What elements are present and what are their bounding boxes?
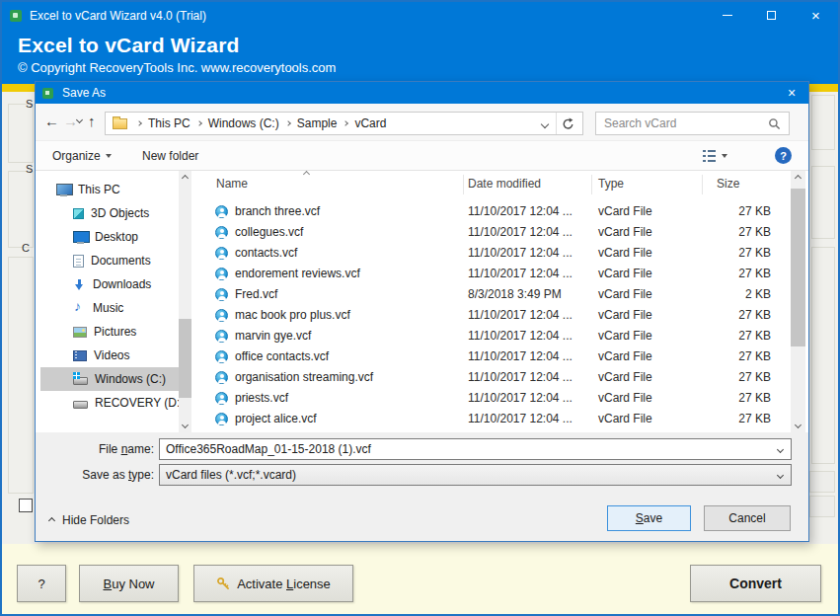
desktop-icon	[73, 231, 88, 244]
file-row[interactable]: organisation streaming.vcf 11/10/2017 12…	[193, 367, 791, 388]
vcard-file-icon	[215, 226, 228, 239]
back-button[interactable]: ←	[44, 113, 59, 129]
pictures-icon	[73, 327, 87, 338]
view-mode-button[interactable]	[699, 141, 731, 171]
maximize-button[interactable]	[749, 2, 794, 29]
sidebar-item-this-pc[interactable]: This PC	[40, 178, 179, 201]
details-view-icon	[703, 150, 716, 162]
file-date: 11/10/2017 12:04 ...	[468, 409, 573, 429]
file-size: 27 KB	[643, 243, 771, 264]
close-button[interactable]: ×	[794, 2, 838, 29]
file-name: office contacts.vcf	[235, 346, 329, 367]
file-row[interactable]: office contacts.vcf 11/10/2017 12:04 ...…	[193, 346, 791, 367]
file-row[interactable]: contacts.vcf 11/10/2017 12:04 ... vCard …	[193, 243, 791, 264]
help-button[interactable]: ?	[17, 565, 66, 602]
up-button[interactable]: ↑	[88, 113, 96, 129]
dialog-help-button[interactable]: ?	[775, 147, 792, 164]
cancel-button[interactable]: Cancel	[704, 505, 791, 531]
activate-license-button[interactable]: Activate License	[193, 565, 353, 602]
folder-icon	[113, 118, 127, 129]
refresh-icon[interactable]	[557, 113, 578, 134]
chevron-right-icon	[344, 120, 349, 126]
address-dropdown-chevron[interactable]	[534, 116, 556, 130]
file-name: branch three.vcf	[235, 201, 320, 222]
cube-icon	[73, 208, 84, 219]
file-size: 27 KB	[643, 305, 771, 326]
file-row[interactable]: mac book pro plus.vcf 11/10/2017 12:04 .…	[193, 305, 791, 326]
chevron-right-icon	[196, 120, 202, 126]
app-icon	[10, 10, 22, 22]
column-header-size[interactable]: Size	[717, 177, 739, 191]
list-scrollbar[interactable]	[791, 171, 805, 432]
forward-button[interactable]: →	[63, 113, 78, 129]
scroll-up-icon[interactable]	[791, 171, 805, 186]
file-row[interactable]: endorement reviews.vcf 11/10/2017 12:04 …	[193, 264, 791, 284]
background-text-fragment: C	[22, 242, 30, 254]
sidebar-item-windows-c[interactable]: Windows (C:)	[40, 367, 179, 391]
drive-c-icon	[73, 377, 88, 385]
file-name-field-wrap	[159, 438, 792, 460]
file-row[interactable]: branch three.vcf 11/10/2017 12:04 ... vC…	[193, 201, 791, 222]
sidebar-item-pictures[interactable]: Pictures	[40, 320, 179, 344]
buy-now-button[interactable]: Buy Now	[79, 565, 179, 602]
search-input[interactable]	[596, 116, 768, 130]
scrollbar-thumb[interactable]	[791, 189, 805, 346]
vcard-file-icon	[215, 330, 228, 343]
file-row[interactable]: collegues.vcf 11/10/2017 12:04 ... vCard…	[193, 222, 791, 243]
file-name: mac book pro plus.vcf	[235, 305, 350, 326]
convert-button[interactable]: Convert	[690, 565, 821, 602]
sidebar-item-3d-objects[interactable]: 3D Objects	[40, 201, 179, 225]
file-size: 27 KB	[643, 409, 771, 429]
column-header-type[interactable]: Type	[598, 177, 624, 191]
breadcrumb-item[interactable]: This PC	[130, 116, 191, 130]
file-name-input[interactable]	[160, 442, 770, 456]
scroll-down-icon[interactable]	[179, 418, 191, 432]
background-groupbox	[811, 166, 835, 239]
dialog-close-button[interactable]: ×	[775, 82, 808, 104]
file-row[interactable]: priests.vcf 11/10/2017 12:04 ... vCard F…	[193, 388, 791, 409]
background-groupbox	[811, 95, 835, 150]
vcard-file-icon	[215, 413, 228, 425]
column-header-name[interactable]: Name	[216, 177, 248, 191]
file-date: 11/10/2017 12:04 ...	[468, 326, 573, 346]
sidebar-item-recovery-d[interactable]: RECOVERY (D:)	[40, 391, 179, 415]
copyright-text: © Copyright RecoveryTools Inc. www.recov…	[18, 60, 838, 75]
hide-folders-button[interactable]: Hide Folders	[49, 513, 129, 527]
chevron-down-icon	[106, 154, 112, 158]
background-groupbox	[811, 247, 835, 464]
file-browser: This PC 3D Objects Desktop Documents Dow…	[36, 171, 808, 432]
breadcrumb-item[interactable]: vCard	[337, 116, 386, 130]
sidebar-item-documents[interactable]: Documents	[40, 249, 179, 272]
breadcrumb-item[interactable]: Sample	[279, 116, 338, 130]
background-text-fragment: S	[26, 98, 33, 110]
background-checkbox[interactable]	[19, 499, 33, 512]
scroll-up-icon[interactable]	[179, 171, 191, 186]
file-date: 11/10/2017 12:04 ...	[468, 367, 573, 388]
minimize-button[interactable]	[705, 2, 749, 29]
address-bar[interactable]: This PC Windows (C:) Sample vCard	[105, 112, 583, 135]
save-button[interactable]: Save	[607, 505, 691, 531]
chevron-down-icon[interactable]	[770, 447, 791, 452]
file-row[interactable]: project alice.vcf 11/10/2017 12:04 ... v…	[193, 409, 791, 429]
organize-button[interactable]: Organize	[46, 141, 117, 171]
save-type-select[interactable]: vCard files (*.vcf;*.vcard)	[159, 464, 792, 486]
resize-grip[interactable]	[795, 529, 802, 537]
file-name: collegues.vcf	[235, 222, 303, 243]
new-folder-button[interactable]: New folder	[136, 141, 204, 171]
scroll-down-icon[interactable]	[791, 418, 805, 432]
bottom-bar: ? Buy Now Activate License Convert	[2, 544, 838, 614]
file-size: 2 KB	[643, 284, 771, 305]
sidebar-item-music[interactable]: Music	[40, 296, 179, 320]
vcard-file-icon	[215, 309, 228, 322]
file-row[interactable]: Fred.vcf 8/3/2018 3:49 PM vCard File 2 K…	[193, 284, 791, 305]
column-header-date[interactable]: Date modified	[468, 177, 541, 191]
sidebar-item-videos[interactable]: Videos	[40, 344, 179, 367]
sidebar-item-desktop[interactable]: Desktop	[40, 225, 179, 249]
file-row[interactable]: marvin gye.vcf 11/10/2017 12:04 ... vCar…	[193, 326, 791, 346]
sidebar-scrollbar[interactable]	[179, 171, 191, 432]
scrollbar-thumb[interactable]	[179, 319, 191, 398]
sidebar-item-downloads[interactable]: Downloads	[40, 272, 179, 296]
app-window: Excel to vCard Wizard v4.0 (Trial) × Exc…	[0, 0, 840, 616]
search-box	[595, 112, 790, 135]
breadcrumb-item[interactable]: Windows (C:)	[191, 116, 279, 130]
